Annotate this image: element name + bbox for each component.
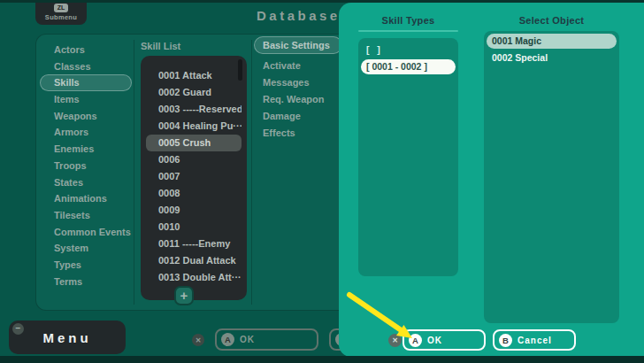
skill-types-list: [ ][ 0001 - 0002 ] (358, 42, 458, 74)
skill-list-label: Skill List (141, 41, 180, 51)
plus-icon: + (176, 289, 192, 303)
screen: ZL Submenu Database ActorsClassesSkillsI… (0, 0, 644, 363)
settings-tab[interactable]: Effects (254, 125, 342, 142)
sidebar-item[interactable]: Tilesets (40, 207, 132, 224)
sidebar-item[interactable]: Enemies (40, 141, 132, 158)
sidebar-item[interactable]: Armors (40, 124, 132, 141)
sidebar-item[interactable]: Animations (40, 190, 132, 207)
column-divider (134, 40, 134, 305)
ok-button[interactable]: A OK (402, 329, 486, 351)
skill-list-item[interactable]: 0008 (146, 185, 242, 202)
select-object-title: Select Object (484, 15, 619, 26)
ok-label: OK (240, 335, 255, 344)
menu-label: Menu (42, 330, 91, 345)
skill-list-item[interactable]: 0012 Dual Attack (146, 252, 242, 269)
column-divider (251, 40, 252, 305)
skill-list-panel: 0001 Attack0002 Guard0003 -----Reserved0… (141, 56, 247, 300)
settings-tab[interactable]: Basic Settings (254, 36, 342, 54)
skill-list-item[interactable]: 0013 Double Att··· (146, 269, 242, 286)
settings-tab-list: Basic SettingsActivateMessagesReq. Weapo… (254, 36, 342, 142)
sidebar-item[interactable]: Troops (40, 158, 132, 174)
skill-types-dialog: Skill Types [ ][ 0001 - 0002 ] Select Ob… (339, 3, 644, 357)
bottom-letterbox (0, 356, 644, 363)
x-button-icon: ✕ (388, 334, 402, 347)
a-button-icon: A (221, 333, 234, 346)
focus-underline (358, 30, 458, 32)
scrollbar-thumb[interactable] (238, 59, 242, 81)
cancel-label: Cancel (518, 336, 552, 345)
top-letterbox (0, 0, 644, 3)
sidebar-item[interactable]: System (40, 240, 132, 257)
page-title: Database (257, 8, 341, 23)
sidebar-item[interactable]: Common Events (40, 224, 132, 241)
settings-tab[interactable]: Messages (254, 74, 342, 91)
skill-list-item[interactable]: 0003 -----Reserved (146, 101, 242, 118)
sidebar-item[interactable]: Types (40, 257, 132, 274)
sidebar-item[interactable]: Classes (40, 58, 132, 75)
skill-list-item[interactable]: 0002 Guard (146, 84, 242, 101)
category-list: ActorsClassesSkillsItemsWeaponsArmorsEne… (40, 42, 132, 290)
settings-tab[interactable]: Req. Weapon (254, 91, 342, 108)
cancel-button[interactable]: B Cancel (493, 329, 576, 351)
x-button-icon: ✕ (192, 334, 204, 346)
ok-label: OK (427, 336, 442, 345)
zl-button-icon: ZL (54, 4, 68, 12)
skill-list: 0001 Attack0002 Guard0003 -----Reserved0… (141, 67, 247, 286)
skill-list-item[interactable]: 0011 -----Enemy (146, 236, 242, 252)
select-object-list: 0001 Magic0002 Special (484, 34, 619, 66)
menu-button[interactable]: − Menu (9, 321, 126, 354)
settings-tab[interactable]: Activate (254, 58, 342, 74)
sidebar-item[interactable]: Skills (40, 74, 132, 91)
skill-list-item[interactable]: 0001 Attack (146, 67, 242, 84)
minus-button-icon: − (12, 323, 24, 335)
settings-tab[interactable]: Damage (254, 108, 342, 125)
skill-list-item[interactable]: 0009 (146, 202, 242, 219)
sidebar-item[interactable]: Terms (40, 274, 132, 290)
skill-type-option[interactable]: [ ] (361, 42, 456, 58)
object-option[interactable]: 0002 Special (487, 50, 617, 66)
skill-list-item[interactable]: 0007 (146, 168, 242, 185)
skill-list-item[interactable]: 0005 Crush (146, 135, 242, 151)
add-skill-button[interactable]: + (174, 286, 194, 305)
a-button-icon: A (409, 334, 422, 347)
submenu-button[interactable]: ZL Submenu (35, 0, 87, 25)
object-option[interactable]: 0001 Magic (487, 34, 617, 49)
select-object-panel: 0001 Magic0002 Special (484, 31, 619, 323)
skill-list-item[interactable]: 0010 (146, 219, 242, 236)
skill-list-item[interactable]: 0006 (146, 151, 242, 168)
sidebar-item[interactable]: States (40, 174, 132, 191)
skill-types-title: Skill Types (358, 15, 458, 26)
sidebar-item[interactable]: Weapons (40, 108, 132, 125)
skill-types-panel: [ ][ 0001 - 0002 ] (358, 38, 458, 276)
b-button-icon: B (499, 334, 512, 347)
ok-button-background: A OK (215, 328, 318, 351)
sidebar-item[interactable]: Items (40, 91, 132, 108)
submenu-label: Submenu (35, 13, 87, 21)
sidebar-item[interactable]: Actors (40, 42, 132, 58)
skill-type-option[interactable]: [ 0001 - 0002 ] (361, 59, 456, 74)
skill-list-item[interactable]: 0004 Healing Pu··· (146, 118, 242, 135)
